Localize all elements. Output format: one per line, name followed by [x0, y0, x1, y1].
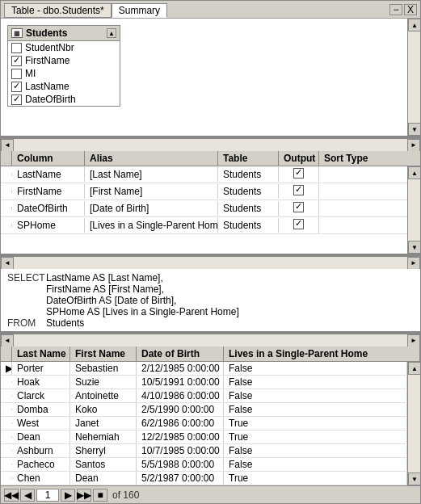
col-row-1[interactable]: FirstName [First Name] Students — [1, 183, 407, 200]
results-pane: Last Name First Name Date of Birth Lives… — [1, 346, 420, 503]
res-row-3[interactable]: Domba Koko 2/5/1990 0:00:00 False — [1, 403, 407, 417]
diagram-inner: ▦ Students ▲ StudentNbr FirstName — [1, 19, 407, 136]
res-vscroll: ▲ ▼ — [407, 362, 420, 485]
res-scroll-down[interactable]: ▼ — [408, 472, 420, 485]
res-firstname-8: Dean — [70, 472, 137, 485]
res-lives-0: False — [224, 362, 407, 375]
res-row-8[interactable]: Chen Dean 5/2/1987 0:00:00 True — [1, 472, 407, 485]
sql-hscroll-track[interactable] — [14, 334, 407, 347]
col-row-0[interactable]: LastName [Last Name] Students — [1, 166, 407, 183]
columns-pane: Column Alias Table Output Sort Type Last… — [1, 151, 420, 256]
diagram-vscroll: ▲ ▼ — [407, 19, 420, 136]
col-cell-output-1 — [279, 183, 319, 200]
diagram-hscroll-track[interactable] — [14, 139, 407, 152]
res-indicator-1 — [1, 381, 12, 383]
res-hdr-dob: Date of Birth — [137, 346, 224, 361]
res-scroll-up[interactable]: ▲ — [408, 362, 420, 375]
field-checkbox-studentnbr[interactable] — [11, 43, 22, 53]
table-scroll-up[interactable]: ▲ — [107, 28, 116, 38]
field-checkbox-mi[interactable] — [11, 69, 22, 79]
res-lives-3: False — [224, 403, 407, 416]
res-lastname-8: Chen — [12, 472, 70, 485]
pin-button[interactable]: − — [389, 4, 402, 15]
res-firstname-4: Janet — [70, 417, 137, 430]
col-scroll-track[interactable] — [408, 179, 420, 241]
res-row-2[interactable]: Clarck Antoinette 4/10/1986 0:00:00 Fals… — [1, 389, 407, 403]
res-firstname-3: Koko — [70, 403, 137, 416]
nav-last-button[interactable]: ▶▶ — [77, 489, 91, 502]
diagram-scroll-up[interactable]: ▲ — [408, 19, 420, 32]
sql-pane: SELECT LastName AS [Last Name], FirstNam… — [1, 269, 420, 334]
table-name: Students — [26, 27, 67, 39]
col-scroll-up[interactable]: ▲ — [408, 166, 420, 179]
res-dob-4: 6/2/1986 0:00:00 — [137, 417, 224, 430]
select-keyword: SELECT — [7, 272, 46, 284]
diagram-hscroll-right[interactable]: ► — [407, 139, 420, 152]
res-lives-5: True — [224, 430, 407, 443]
nav-page-input[interactable] — [36, 489, 59, 502]
nav-prev-button[interactable]: ◀ — [20, 489, 35, 502]
tab-table[interactable]: Table - dbo.Students* — [4, 3, 112, 18]
nav-stop-button[interactable]: ■ — [93, 489, 107, 502]
col-hscroll-track[interactable] — [14, 257, 407, 270]
res-lives-4: True — [224, 417, 407, 430]
res-dob-5: 12/2/1985 0:00:00 — [137, 430, 224, 443]
nav-first-button[interactable]: ◀◀ — [4, 489, 19, 502]
sql-hscroll-left[interactable]: ◄ — [1, 334, 14, 347]
from-value: Students — [46, 317, 84, 329]
col-hscroll: ◄ ► — [1, 256, 420, 269]
col-cell-sort-0 — [319, 173, 407, 176]
res-indicator-3 — [1, 409, 12, 410]
res-dob-3: 2/5/1990 0:00:00 — [137, 403, 224, 416]
res-dob-1: 10/5/1991 0:00:00 — [137, 376, 224, 388]
col-row-indicator-0 — [1, 173, 12, 176]
output-checkbox-1[interactable] — [293, 185, 304, 195]
res-dob-0: 2/12/1985 0:00:00 — [137, 362, 224, 375]
res-lastname-6: Ashburn — [12, 444, 70, 457]
col-row-indicator-3 — [1, 224, 12, 227]
diagram-scroll-down[interactable]: ▼ — [408, 123, 420, 136]
field-checkbox-lastname[interactable] — [11, 82, 22, 92]
field-checkbox-dob[interactable] — [11, 94, 22, 105]
output-checkbox-3[interactable] — [293, 219, 304, 229]
col-cell-sort-1 — [319, 190, 407, 193]
res-row-6[interactable]: Ashburn Sherryl 10/7/1985 0:00:00 False — [1, 444, 407, 458]
col-hscroll-left[interactable]: ◄ — [1, 257, 14, 270]
close-button[interactable]: X — [404, 4, 417, 15]
output-checkbox-2[interactable] — [293, 202, 304, 212]
col-cell-table-1: Students — [218, 184, 279, 199]
res-row-4[interactable]: West Janet 6/2/1986 0:00:00 True — [1, 417, 407, 430]
col-hscroll-right[interactable]: ► — [407, 257, 420, 270]
col-scroll-down[interactable]: ▼ — [408, 241, 420, 254]
res-row-0[interactable]: ▶ Porter Sebastien 2/12/1985 0:00:00 Fal… — [1, 362, 407, 376]
diagram-scroll-track[interactable] — [408, 32, 420, 123]
col-hdr-sorttype: Sort Type — [319, 151, 420, 166]
sql-hscroll-right[interactable]: ► — [407, 334, 420, 347]
res-lives-1: False — [224, 376, 407, 388]
table-box-header: ▦ Students ▲ — [8, 26, 120, 41]
res-indicator-2 — [1, 395, 12, 397]
tab-summary[interactable]: Summary — [112, 3, 167, 18]
res-row-5[interactable]: Dean Nehemiah 12/2/1985 0:00:00 True — [1, 430, 407, 444]
res-firstname-0: Sebastien — [70, 362, 137, 375]
col-row-indicator-1 — [1, 190, 12, 193]
diagram-pane: ▦ Students ▲ StudentNbr FirstName — [1, 19, 420, 138]
res-scroll-track[interactable] — [408, 375, 420, 472]
res-indicator-0: ▶ — [1, 362, 12, 375]
field-item-firstname: FirstName — [8, 54, 120, 67]
col-row-2[interactable]: DateOfBirth [Date of Birth] Students — [1, 200, 407, 217]
field-checkbox-firstname[interactable] — [11, 56, 22, 66]
col-row-3[interactable]: SPHome [Lives in a Single-Parent Home] S… — [1, 217, 407, 234]
res-row-1[interactable]: Hoak Suzie 10/5/1991 0:00:00 False — [1, 376, 407, 389]
tab-group: Table - dbo.Students* Summary — [4, 1, 389, 18]
res-firstname-7: Santos — [70, 458, 137, 471]
res-row-7[interactable]: Pacheco Santos 5/5/1988 0:00:00 False — [1, 458, 407, 472]
diagram-hscroll-left[interactable]: ◄ — [1, 139, 14, 152]
res-lives-7: False — [224, 458, 407, 471]
res-indicator-7 — [1, 464, 12, 465]
nav-next-button[interactable]: ▶ — [61, 489, 75, 502]
sql-line-3: SPHome AS [Lives in a Single-Parent Home… — [46, 306, 239, 317]
output-checkbox-0[interactable] — [293, 168, 304, 178]
res-hdr-lives: Lives in a Single-Parent Home — [224, 346, 420, 361]
nav-of-text: of 160 — [109, 489, 142, 501]
